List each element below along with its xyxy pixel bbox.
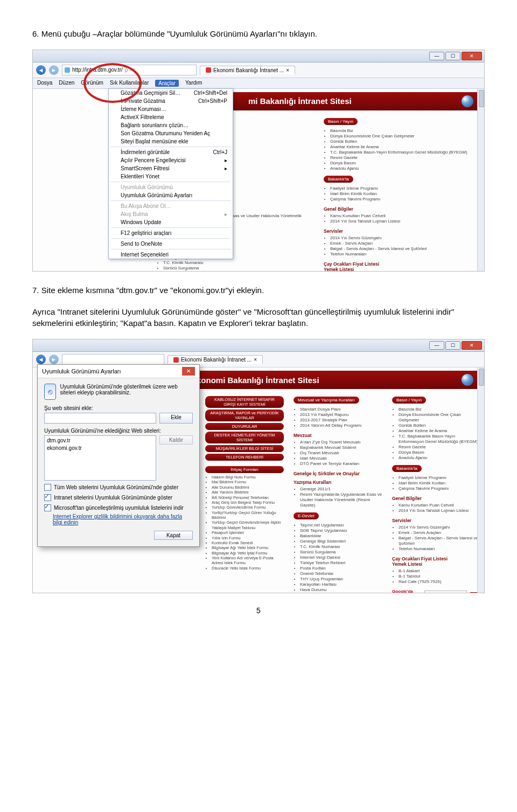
sidebar-button[interactable]: ARAŞTIRMA, RAPOR ve PERİYODİK YAYINLAR (205, 410, 284, 421)
menu-item[interactable]: Windows Update (109, 218, 233, 226)
list-item[interactable]: Sürücü Sorgulama (163, 266, 314, 271)
list-item[interactable]: Yurtiçi/Yurtdışı Geçici Görev Yolluğu Bi… (212, 510, 284, 520)
list-item[interactable]: Anadolu Ajansı (399, 455, 481, 461)
list-item[interactable]: Taşınır.net Uygulaması (300, 523, 382, 528)
list-item[interactable]: Basında Biz (330, 128, 481, 134)
list-item[interactable]: T.C. Başbakanlık Basın-Yayın Enformasyon… (399, 434, 481, 445)
list-item[interactable]: Raıf Cafe (7525-7526) (399, 579, 481, 585)
list-item[interactable]: Aile Yardımı Bildirimi (212, 490, 284, 495)
list-item[interactable]: Genelge 2011/1 (300, 487, 382, 492)
sidebar-button[interactable]: TELEFON REHBERİ (205, 454, 284, 461)
sidebar-button[interactable]: KABLOSUZ İNTERNET MİSAFİR GİRİŞİ KAYIT S… (205, 396, 284, 408)
list-item[interactable]: Emek - Servis Araçları (399, 530, 481, 536)
list-item[interactable]: Dış Ticaret Mevzuatı (300, 450, 382, 456)
checkbox-icon[interactable] (44, 504, 51, 511)
url-field[interactable] (62, 354, 164, 365)
list-item[interactable]: Yurtdışı Görevlendirme Formu (212, 505, 284, 510)
remove-button[interactable]: Kaldır (159, 435, 193, 445)
menu-item[interactable]: Açılır Pencere Engelleyicisi▸ (109, 156, 233, 164)
list-item[interactable]: Dünya Ekonomisinde Öne Çıkan Gelişmeler (330, 134, 481, 139)
privacy-link[interactable]: Internet Explorer gizlilik bildirimini o… (53, 513, 182, 525)
menu-item[interactable]: Uyumluluk Görünümü (109, 183, 233, 191)
checkbox-row[interactable]: Tüm Web sitelerini Uyumluluk Görünümü'nd… (44, 484, 193, 491)
list-item[interactable]: İnternet Vergi Dairesi (163, 271, 314, 272)
list-item[interactable]: B-1 Alakart (399, 568, 481, 574)
menu-item[interactable]: Bağlantı sorunlarını çözün… (109, 121, 233, 129)
nav-back[interactable]: ◄ (36, 355, 46, 364)
list-item[interactable]: T.C. Başbakanlık Basın-Yayın Enformasyon… (330, 150, 481, 155)
list-item[interactable]: Hakem Bilgi Notu Formu (212, 475, 284, 480)
search-input[interactable] (424, 591, 467, 594)
window-minimize[interactable]: — (429, 52, 444, 60)
list-item[interactable]: B-1 Tabldot (399, 574, 481, 579)
list-item[interactable]: Dünya Basını (330, 161, 481, 166)
dialog-close-icon[interactable]: ✕ (182, 367, 195, 376)
list-item[interactable]: Faaliyet İzleme Programı (399, 475, 481, 481)
url-field[interactable]: http://intra.dtm.gov.tr/ ρ - c (62, 65, 197, 75)
tab-close-icon[interactable]: × (286, 67, 289, 73)
list-item[interactable]: Günlük Bülten (399, 423, 481, 428)
window-minimize[interactable]: — (429, 341, 444, 350)
checkbox-icon[interactable] (44, 484, 51, 491)
scrollbar-vertical[interactable] (477, 367, 484, 593)
window-maximize[interactable]: ☐ (445, 341, 460, 350)
menu-item[interactable]: Send to OneNote (109, 240, 233, 248)
list-item[interactable]: Başbakanlık Mevzuat Sistemi (300, 445, 382, 450)
list-item[interactable]: Faaliyet İzleme Programı (330, 186, 481, 191)
nav-back[interactable]: ◄ (36, 65, 46, 75)
menu-item[interactable]: ActiveX Filtreleme (109, 113, 233, 121)
menu-araclar[interactable]: Araçlar (155, 80, 179, 87)
list-item[interactable]: Telefon Numaraları (399, 546, 481, 552)
list-item[interactable]: SGB Taşınır Uygulaması (300, 528, 382, 533)
list-item[interactable]: 2014 Yılı Servis Güzergahı (399, 525, 481, 530)
list-item[interactable]: Kamu Konutları Puan Cetveli (399, 503, 481, 508)
list-item[interactable]: T.C. Kimlik Numarası (163, 260, 314, 266)
list-item[interactable]: Pasaport İşlemleri (212, 530, 284, 535)
list-item[interactable]: Anahtar Kelime ile Arama (399, 428, 481, 434)
menu-item[interactable]: SmartScreen Filtresi▸ (109, 164, 233, 172)
list-item[interactable]: 2014 Yatırım Alt Detay Programı (300, 423, 382, 428)
checkbox-row[interactable]: Microsoft'tan güncelleştirilmiş uyumlulu… (44, 504, 193, 511)
sidebar-button[interactable]: DESTEK HİZMETLERİ YÖNETİM SİSTEMİ (205, 432, 284, 443)
list-item[interactable]: THY Uçuş Programları (300, 577, 382, 582)
list-item[interactable]: Karayolları Haritası (300, 582, 382, 587)
list-item[interactable]: Araç Giriş İzin Belgesi Talep Formu (212, 500, 284, 505)
list-item[interactable]: 2014 Yılı Sıra Tahsisli Lojman Listesi (399, 508, 481, 513)
menu-item[interactable]: İndirmeleri görüntüleCtrl+J (109, 148, 233, 156)
list-item[interactable]: İdari Birim Kimlik Kodları (330, 191, 481, 197)
list-item[interactable]: Anahtar Kelime ile Arama (330, 144, 481, 150)
close-button[interactable]: Kapat (154, 531, 193, 540)
list-item[interactable]: 2013 Yılı Faaliyet Raporu (300, 412, 382, 418)
menu-item[interactable]: Internet Seçenekleri (109, 251, 233, 259)
list-item[interactable]: Günlük Bülten (330, 139, 481, 144)
list-item[interactable]: Kamu Konutları Puan Cetveli (330, 213, 481, 219)
list-item[interactable]: Resmi Gazete (330, 155, 481, 161)
list-item[interactable]: Posta Kodları (300, 566, 382, 571)
list-item[interactable]: Yıllık İzin Formu (212, 536, 284, 540)
sidebar-button[interactable]: MÜŞAVİRLİKLER BİLGİ SİTESİ (205, 445, 284, 452)
menu-item[interactable]: Bu Akışa Abone Ol… (109, 202, 233, 210)
list-item[interactable]: Türkiye Telefon Rehberi (300, 560, 382, 566)
list-item[interactable]: İMİ Nöbetçi Personel Telefonları (212, 495, 284, 500)
menu-item[interactable]: İzleme Koruması… (109, 105, 233, 113)
list-item[interactable]: Bilgisayar Ağı Yetki İstek Formu (212, 545, 284, 550)
list-item[interactable]: dtm.gov.tr (47, 437, 153, 445)
list-item[interactable]: DTÖ Panel ve Temyiz Kararları (300, 461, 382, 467)
list-item[interactable]: Çalışma Takvimi Programı (330, 197, 481, 202)
list-item[interactable]: İdari Birim Kimlik Kodları (399, 481, 481, 486)
list-item[interactable]: İdari Mevzuatı (300, 456, 382, 461)
list-item[interactable]: Aile Durumu Bildirimi (212, 485, 284, 490)
window-close[interactable]: ✕ (462, 52, 482, 60)
list-item[interactable]: Hava Durumu (300, 587, 382, 593)
list-item[interactable]: Bakanlıklar (300, 533, 382, 539)
site-list[interactable]: dtm.gov.tr ekonomi.gov.tr (44, 435, 156, 481)
menu-item-compat-settings[interactable]: Uyumluluk Görünümü Ayarları (109, 191, 233, 199)
add-site-input[interactable] (44, 413, 156, 424)
menu-item[interactable]: Akış Bulma▸ (109, 210, 233, 218)
list-item[interactable]: Standart Dosya Planı (300, 407, 382, 412)
nav-forward[interactable]: ► (49, 355, 59, 364)
nav-forward[interactable]: ► (49, 65, 59, 75)
list-item[interactable]: 2013-2017 Stratejik Plan (300, 418, 382, 423)
tab-close-icon[interactable]: × (254, 357, 257, 363)
list-item[interactable]: Balgat - Servis Araçları - Servis İdares… (399, 536, 481, 546)
